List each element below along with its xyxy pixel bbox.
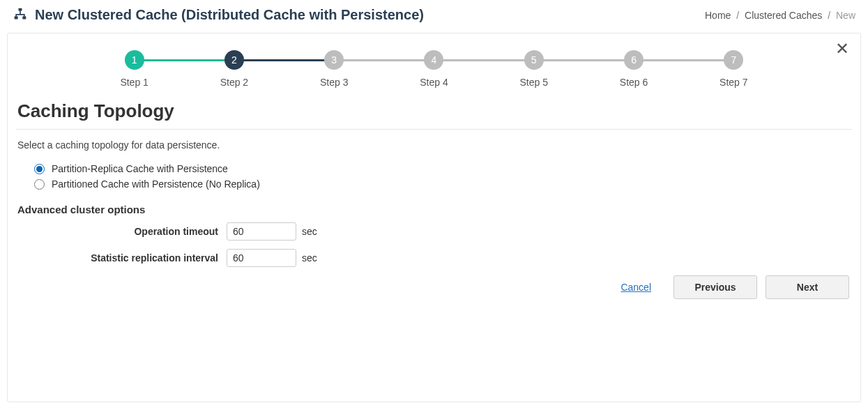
- step-2[interactable]: 2 Step 2: [184, 50, 284, 88]
- step-circle: 3: [324, 50, 344, 70]
- step-label: Step 6: [620, 77, 648, 88]
- breadcrumb-current: New: [836, 10, 855, 21]
- next-button[interactable]: Next: [766, 275, 849, 299]
- step-connector: [135, 59, 234, 61]
- step-circle: 2: [224, 50, 244, 70]
- wizard-stepper: 1 Step 1 2 Step 2 3 Step 3 4 Step 4 5 St…: [8, 43, 860, 88]
- step-connector: [634, 59, 733, 61]
- radio-partition-replica[interactable]: [34, 164, 45, 174]
- section-heading: Caching Topology: [16, 93, 852, 129]
- step-label: Step 4: [420, 77, 448, 88]
- step-7[interactable]: 7 Step 7: [684, 50, 784, 88]
- step-6[interactable]: 6 Step 6: [584, 50, 683, 88]
- step-circle: 5: [524, 50, 544, 70]
- breadcrumb-clustered-caches[interactable]: Clustered Caches: [745, 10, 822, 21]
- previous-button[interactable]: Previous: [673, 275, 757, 299]
- radio-label[interactable]: Partitioned Cache with Persistence (No R…: [52, 178, 260, 190]
- step-connector: [534, 59, 634, 61]
- divider: [16, 129, 852, 130]
- page-title: New Clustered Cache (Distributed Cache w…: [35, 7, 424, 23]
- step-circle: 6: [624, 50, 644, 70]
- svg-rect-1: [15, 16, 18, 19]
- step-label: Step 1: [120, 77, 148, 88]
- topology-option-partition-replica[interactable]: Partition-Replica Cache with Persistence: [34, 163, 851, 174]
- step-circle: 7: [724, 50, 743, 70]
- title-wrap: New Clustered Cache (Distributed Cache w…: [13, 7, 424, 23]
- step-1[interactable]: 1 Step 1: [84, 50, 184, 88]
- breadcrumb-sep: /: [828, 10, 830, 21]
- sitemap-icon: [13, 7, 28, 23]
- operation-timeout-row: Operation timeout sec: [17, 222, 851, 241]
- svg-rect-2: [22, 16, 26, 19]
- operation-timeout-label: Operation timeout: [17, 226, 227, 237]
- cancel-link[interactable]: Cancel: [620, 282, 651, 293]
- step-3[interactable]: 3 Step 3: [284, 50, 384, 88]
- step-circle: 4: [424, 50, 443, 70]
- stat-interval-input[interactable]: [227, 249, 296, 267]
- unit-label: sec: [302, 252, 317, 264]
- step-circle: 1: [125, 50, 144, 70]
- stat-interval-label: Statistic replication interval: [17, 252, 227, 264]
- svg-rect-0: [19, 8, 22, 11]
- step-label: Step 7: [719, 77, 747, 88]
- step-label: Step 3: [320, 77, 348, 88]
- breadcrumb-sep: /: [736, 10, 739, 21]
- topology-radio-group: Partition-Replica Cache with Persistence…: [17, 163, 851, 190]
- breadcrumb-home[interactable]: Home: [705, 10, 731, 21]
- page-header: New Clustered Cache (Distributed Cache w…: [0, 0, 868, 33]
- step-label: Step 5: [520, 77, 548, 88]
- radio-label[interactable]: Partition-Replica Cache with Persistence: [52, 163, 228, 174]
- step-connector: [234, 59, 334, 61]
- wizard-body: Caching Topology Select a caching topolo…: [8, 88, 860, 275]
- advanced-options-heading: Advanced cluster options: [17, 204, 851, 215]
- wizard-footer: Cancel Previous Next: [8, 275, 860, 300]
- step-5[interactable]: 5 Step 5: [484, 50, 584, 88]
- topology-option-partitioned-noreplica[interactable]: Partitioned Cache with Persistence (No R…: [34, 178, 851, 190]
- radio-partitioned-noreplica[interactable]: [34, 179, 45, 190]
- section-description: Select a caching topology for data persi…: [17, 139, 851, 151]
- wizard-panel: ✕ 1 Step 1 2 Step 2 3 Step 3 4 Step 4 5 …: [7, 33, 861, 402]
- step-connector: [434, 59, 533, 61]
- step-connector: [334, 59, 434, 61]
- stat-interval-row: Statistic replication interval sec: [17, 249, 851, 267]
- operation-timeout-input[interactable]: [227, 222, 296, 241]
- content-area: Select a caching topology for data persi…: [16, 139, 852, 267]
- breadcrumb: Home / Clustered Caches / New: [705, 10, 855, 21]
- step-4[interactable]: 4 Step 4: [384, 50, 484, 88]
- step-label: Step 2: [220, 77, 248, 88]
- unit-label: sec: [302, 226, 317, 237]
